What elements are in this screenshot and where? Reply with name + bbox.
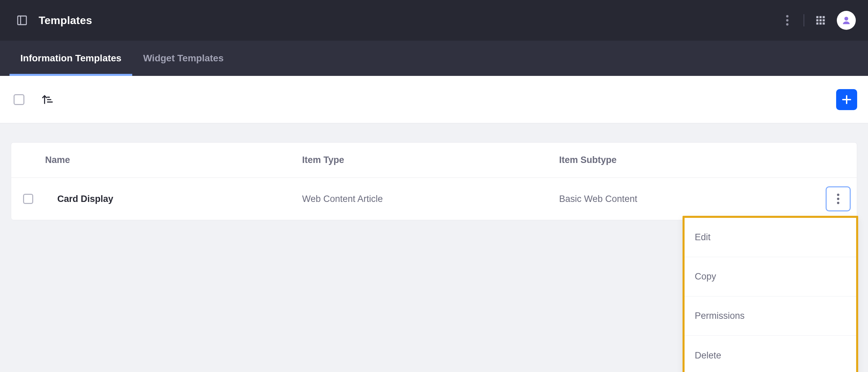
dropdown-item-copy[interactable]: Copy — [685, 257, 856, 296]
dropdown-item-permissions[interactable]: Permissions — [685, 296, 856, 336]
tabs-bar: Information Templates Widget Templates — [0, 41, 868, 76]
select-all-checkbox[interactable] — [14, 94, 24, 105]
svg-rect-12 — [820, 22, 822, 24]
tab-label: Widget Templates — [143, 53, 223, 64]
dropdown-item-delete[interactable]: Delete — [685, 336, 856, 372]
apps-grid-icon[interactable] — [812, 12, 829, 28]
cell-name[interactable]: Card Display — [45, 194, 302, 204]
svg-rect-13 — [823, 22, 825, 24]
header-divider — [804, 14, 804, 26]
svg-point-23 — [837, 202, 840, 204]
cell-item-type: Web Content Article — [302, 194, 559, 204]
svg-rect-9 — [820, 19, 822, 21]
tab-widget-templates[interactable]: Widget Templates — [132, 41, 234, 76]
user-avatar[interactable] — [837, 11, 856, 30]
row-checkbox-cell — [11, 194, 45, 204]
table-row: Card Display Web Content Article Basic W… — [11, 178, 857, 220]
toolbar-left — [14, 93, 54, 106]
header-options-button[interactable] — [779, 12, 795, 28]
header-left: Templates — [16, 14, 92, 27]
content-area: Name Item Type Item Subtype Card Display… — [0, 123, 868, 220]
tab-label: Information Templates — [20, 53, 121, 64]
row-actions-dropdown: Edit Copy Permissions Delete — [683, 216, 858, 372]
cell-item-subtype: Basic Web Content — [559, 194, 816, 204]
th-name: Name — [45, 155, 302, 165]
page-title: Templates — [39, 14, 92, 27]
th-item-type: Item Type — [302, 155, 559, 165]
templates-table: Name Item Type Item Subtype Card Display… — [11, 142, 857, 220]
dropdown-item-edit[interactable]: Edit — [685, 218, 856, 257]
row-actions-button[interactable] — [826, 186, 851, 211]
svg-point-3 — [786, 19, 789, 22]
svg-rect-6 — [820, 16, 822, 18]
toolbar-right — [836, 89, 857, 110]
svg-rect-10 — [823, 19, 825, 21]
tab-information-templates[interactable]: Information Templates — [9, 41, 132, 76]
svg-rect-11 — [816, 22, 818, 24]
svg-point-4 — [786, 23, 789, 26]
add-button[interactable] — [836, 89, 857, 110]
svg-point-14 — [844, 17, 848, 20]
sort-button[interactable] — [41, 93, 54, 106]
row-actions-cell — [816, 186, 857, 211]
header-right — [779, 11, 856, 30]
svg-rect-7 — [823, 16, 825, 18]
row-checkbox[interactable] — [23, 194, 33, 204]
svg-point-2 — [786, 15, 789, 18]
svg-rect-8 — [816, 19, 818, 21]
app-header: Templates — [0, 0, 868, 41]
svg-point-22 — [837, 198, 840, 200]
th-item-subtype: Item Subtype — [559, 155, 816, 165]
svg-point-21 — [837, 194, 840, 196]
table-header-row: Name Item Type Item Subtype — [11, 143, 857, 178]
toolbar — [0, 76, 868, 123]
svg-rect-5 — [816, 16, 818, 18]
panel-left-icon[interactable] — [16, 15, 28, 26]
svg-rect-0 — [18, 16, 26, 25]
